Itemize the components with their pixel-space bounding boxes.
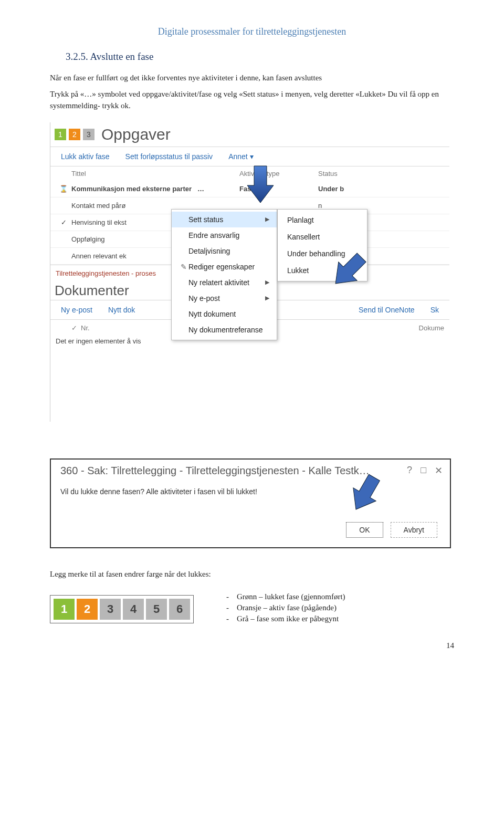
btn-annet[interactable]: Annet <box>228 152 253 161</box>
document-header: Digitale prosessmaler for tilretteleggin… <box>50 26 454 37</box>
btn-sett-passiv[interactable]: Sett forløpsstatus til passiv <box>125 152 213 161</box>
more-dots-icon[interactable]: … <box>197 185 204 193</box>
phase-chip-4: 4 <box>123 599 144 620</box>
menu-detaljvisning[interactable]: Detaljvisning <box>172 243 277 259</box>
submenu-planlagt[interactable]: Planlagt <box>278 212 367 228</box>
page-number: 14 <box>50 641 454 650</box>
check-icon: ✓ <box>56 218 71 226</box>
annotation-arrow-icon <box>245 162 276 204</box>
dialog-message: Vil du lukke denne fasen? Alle aktivitet… <box>51 480 450 501</box>
ok-button[interactable]: OK <box>346 522 383 538</box>
row-title: Kontakt med pårø <box>71 202 239 210</box>
help-icon[interactable]: ? <box>407 465 412 476</box>
legend-item: Grønn – lukket fase (gjennomført) <box>226 592 345 601</box>
body-paragraph: Trykk på «…» symbolet ved oppgave/aktivi… <box>50 88 454 112</box>
phase-chip-2: 2 <box>77 599 98 620</box>
phase-chip-5: 5 <box>146 599 167 620</box>
row-title: Kommunikasjon med eksterne parter … <box>71 185 239 193</box>
phase-tabs: 1 2 3 Oppgaver <box>50 122 449 147</box>
section-heading: 3.2.5. Avslutte en fase <box>66 51 454 62</box>
cancel-button[interactable]: Avbryt <box>391 522 437 538</box>
maximize-icon[interactable]: □ <box>421 465 426 476</box>
btn-nytt-dok[interactable]: Nytt dok <box>108 306 135 314</box>
phase-color-legend: Grønn – lukket fase (gjennomført) Oransj… <box>209 592 345 625</box>
check-icon: ✓ <box>71 324 81 332</box>
body-paragraph: Når en fase er fullført og det ikke forv… <box>50 72 454 84</box>
phase-chip-1: 1 <box>54 599 75 620</box>
close-icon[interactable]: ✕ <box>435 465 443 476</box>
oppgaver-title: Oppgaver <box>101 126 171 143</box>
menu-ny-epost[interactable]: Ny e-post▶ <box>172 290 277 306</box>
menu-sett-status[interactable]: Sett status▶ <box>172 212 277 227</box>
menu-rediger-egenskaper[interactable]: ✎Rediger egenskaper <box>172 259 277 275</box>
phase-tab-1[interactable]: 1 <box>55 129 66 140</box>
col-header-status[interactable]: Status <box>318 170 444 178</box>
col-header-nr[interactable]: Nr. <box>81 324 128 332</box>
dialog-title: 360 - Sak: Tilrettelegging - Tilretteleg… <box>60 465 370 477</box>
phase-chip-6: 6 <box>169 599 190 620</box>
btn-sk[interactable]: Sk <box>430 306 439 314</box>
menu-nytt-dokument[interactable]: Nytt dokument <box>172 306 277 322</box>
btn-ny-epost[interactable]: Ny e-post <box>61 306 92 314</box>
chevron-right-icon: ▶ <box>265 295 269 301</box>
edit-icon: ✎ <box>179 263 188 271</box>
body-paragraph: Legg merke til at fasen endrer farge når… <box>50 568 454 580</box>
dialog-close-phase: 360 - Sak: Tilrettelegging - Tilretteleg… <box>50 458 451 548</box>
row-status: Under b <box>318 185 344 193</box>
menu-endre-ansvarlig[interactable]: Endre ansvarlig <box>172 227 277 243</box>
menu-ny-dokumentreferanse[interactable]: Ny dokumentreferanse <box>172 322 277 338</box>
chevron-right-icon: ▶ <box>265 216 269 223</box>
btn-lukk-aktiv-fase[interactable]: Lukk aktiv fase <box>61 152 110 161</box>
hourglass-icon: ⌛ <box>56 185 71 193</box>
btn-send-onenote[interactable]: Send til OneNote <box>359 306 415 314</box>
submenu-kansellert[interactable]: Kansellert <box>278 228 367 245</box>
menu-ny-relatert-aktivitet[interactable]: Ny relatert aktivitet▶ <box>172 275 277 290</box>
row-status: n <box>318 202 322 210</box>
phase-chip-3: 3 <box>100 599 121 620</box>
chevron-right-icon: ▶ <box>265 279 269 286</box>
screenshot-oppgaver: 1 2 3 Oppgaver Lukk aktiv fase Sett forl… <box>50 122 449 422</box>
legend-item: Oransje – aktiv fase (pågående) <box>226 603 345 612</box>
col-header-dokume[interactable]: Dokume <box>419 324 444 332</box>
context-menu: Sett status▶ Endre ansvarlig Detaljvisni… <box>171 209 277 340</box>
col-header-tittel[interactable]: Tittel <box>71 170 239 178</box>
phase-color-strip: 1 2 3 4 5 6 <box>50 595 194 623</box>
phase-tab-3[interactable]: 3 <box>83 129 94 140</box>
legend-item: Grå – fase som ikke er påbegynt <box>226 614 345 623</box>
phase-tab-2[interactable]: 2 <box>69 129 80 140</box>
